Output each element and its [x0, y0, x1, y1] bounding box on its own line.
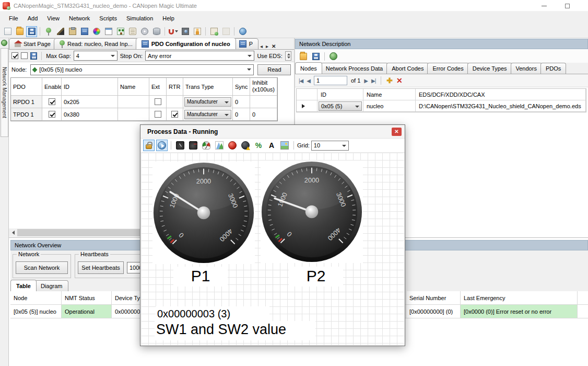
add-image-button[interactable]: [279, 140, 290, 151]
paste-button[interactable]: [67, 26, 78, 37]
tab-partial[interactable]: P: [233, 38, 258, 49]
script-add-button[interactable]: [208, 26, 219, 37]
overview-node-cell[interactable]: [0x05 (5)] nucleo: [10, 305, 62, 318]
node-book-button[interactable]: [79, 26, 90, 37]
tab-network-process-data[interactable]: Network Process Data: [321, 63, 388, 74]
tab-read-nucleo[interactable]: Read: nucleo, Read Inp...: [54, 38, 138, 49]
nd-open-button[interactable]: [298, 51, 309, 62]
overview-serial-number-cell[interactable]: [0x00000000] (0): [406, 305, 461, 318]
report-button[interactable]: [103, 26, 114, 37]
col-header-ext[interactable]: Ext: [149, 78, 167, 96]
col-header-node-id[interactable]: ID: [317, 89, 363, 100]
pdo-row-tpdo1-name[interactable]: TPDO 1: [11, 108, 42, 121]
last-page-icon[interactable]: ▶|: [371, 78, 375, 84]
col-header-inhibit[interactable]: Inhibit (x100us): [250, 78, 277, 96]
add-led-warning-button[interactable]: [240, 140, 251, 151]
network-tree-button[interactable]: [115, 26, 126, 37]
menu-view[interactable]: View: [42, 13, 64, 24]
delete-node-icon[interactable]: ✕: [396, 76, 403, 85]
use-eds-spinner[interactable]: [285, 51, 291, 61]
col-header-serial-number[interactable]: Serial Number: [406, 291, 461, 305]
colors-button[interactable]: [91, 26, 102, 37]
add-gauge-color-button[interactable]: [201, 140, 212, 151]
col-header-nmt-status[interactable]: NMT Status: [62, 291, 112, 305]
col-header-node[interactable]: Node: [10, 291, 62, 305]
new-document-button[interactable]: [2, 26, 13, 37]
max-gap-select[interactable]: 4: [74, 51, 117, 61]
overview-nmt-status-cell[interactable]: Operational: [62, 305, 112, 318]
nd-save-button[interactable]: [310, 51, 321, 62]
tab-scroll-right-icon[interactable]: ▸: [266, 43, 268, 49]
add-led-button[interactable]: [227, 140, 238, 151]
pdo-row-tpdo1-name-cell[interactable]: [118, 108, 149, 121]
pdo-row-rpdo1-inhibit[interactable]: [250, 96, 277, 108]
col-header-rtr[interactable]: RTR: [167, 78, 183, 96]
disc-button[interactable]: [139, 26, 150, 37]
set-heartbeats-button[interactable]: Set Heartbeats: [78, 261, 124, 274]
node-select[interactable]: [0x05 (5)] nucleo: [30, 64, 254, 75]
gauge-p1[interactable]: 01000200030004000: [152, 162, 255, 264]
process-data-close-button[interactable]: ✕: [392, 128, 402, 136]
ext-checkbox[interactable]: [155, 111, 161, 118]
col-header-enable[interactable]: Enable: [42, 78, 62, 96]
minimize-button[interactable]: [533, 0, 556, 12]
add-percent-button[interactable]: %: [253, 140, 264, 151]
pdo-row-rpdo1-name[interactable]: RPDO 1: [11, 96, 42, 108]
pdo-row-rpdo1-id[interactable]: 0x205: [62, 96, 118, 108]
tab-error-codes[interactable]: Error Codes: [427, 63, 468, 74]
tab-nodes[interactable]: Nodes: [295, 62, 322, 74]
col-header-trans-type[interactable]: Trans Type: [183, 78, 233, 96]
node-eds-cell[interactable]: D:\CANopen\STM32G431_Nucleo_shield_CANop…: [416, 100, 586, 112]
add-gauge-dark2-button[interactable]: [187, 140, 199, 151]
menu-scripts[interactable]: Scripts: [95, 13, 122, 24]
menu-add[interactable]: Add: [23, 13, 43, 24]
first-page-icon[interactable]: |◀: [299, 78, 303, 84]
ext-checkbox[interactable]: [155, 98, 161, 105]
grid-size-select[interactable]: 10: [311, 141, 349, 151]
menu-network[interactable]: Network: [64, 13, 95, 24]
read-node-button[interactable]: [43, 26, 54, 37]
trans-type-select[interactable]: Manufacturer: [184, 97, 231, 107]
tab-vendors[interactable]: Vendors: [511, 63, 542, 74]
pdo-option-checkbox-1[interactable]: [11, 52, 18, 59]
node-name-cell[interactable]: nucleo: [363, 100, 416, 112]
trans-type-select[interactable]: Manufacturer: [184, 110, 231, 119]
nd-refresh-button[interactable]: [328, 51, 339, 62]
lock-layout-button[interactable]: [143, 140, 155, 151]
col-header-last-emergency[interactable]: Last Emergency: [461, 291, 578, 305]
tab-table[interactable]: Table: [10, 280, 37, 291]
add-label-button[interactable]: A: [266, 140, 277, 151]
write-node-button[interactable]: [55, 26, 66, 37]
process-data-canvas[interactable]: 01000200030004000 01000200030004000 P1 P…: [141, 153, 404, 345]
tab-abort-codes[interactable]: Abort Codes: [386, 63, 429, 74]
add-node-icon[interactable]: ✚: [386, 76, 393, 85]
prev-page-icon[interactable]: ◀: [307, 78, 310, 84]
user-node-button[interactable]: [192, 26, 203, 37]
add-gauge-dark-button[interactable]: [174, 140, 186, 151]
stop-on-select[interactable]: Any error: [145, 51, 254, 61]
next-page-icon[interactable]: ▶: [364, 78, 368, 84]
pdo-row-tpdo1-id[interactable]: 0x380: [62, 108, 118, 121]
col-header-id[interactable]: ID: [62, 78, 118, 96]
tab-pdos[interactable]: PDOs: [540, 63, 566, 74]
script-stop-button[interactable]: [220, 26, 231, 37]
save-button[interactable]: [26, 26, 37, 37]
hscroll-thumb[interactable]: [17, 229, 140, 236]
tab-pdo-configuration[interactable]: PDO Configuration of nucleo: [136, 38, 236, 49]
database-button[interactable]: [151, 26, 162, 37]
col-header-eds[interactable]: EDS/DCF/XDD/XDC/CAX: [416, 89, 586, 100]
pdo-option-checkbox-2[interactable]: [21, 52, 28, 59]
save-pdo-icon[interactable]: [30, 52, 37, 60]
col-header-node-name[interactable]: Name: [363, 89, 416, 100]
col-header-sync[interactable]: Sync: [233, 78, 250, 96]
menu-simulation[interactable]: Simulation: [122, 13, 158, 24]
pdo-row-rpdo1-sync[interactable]: 0: [233, 96, 250, 108]
tab-device-types[interactable]: Device Types: [467, 63, 512, 74]
open-button[interactable]: [14, 26, 25, 37]
pdo-row-tpdo1-inhibit[interactable]: 0: [250, 108, 277, 121]
tab-close-icon[interactable]: ✕: [272, 43, 276, 49]
col-header-pdo[interactable]: PDO: [11, 78, 42, 96]
tab-start-page[interactable]: Start Page: [9, 38, 56, 49]
pdo-row-tpdo1-sync[interactable]: 0: [233, 108, 250, 121]
network-management-tab[interactable]: Network Management: [1, 48, 8, 137]
